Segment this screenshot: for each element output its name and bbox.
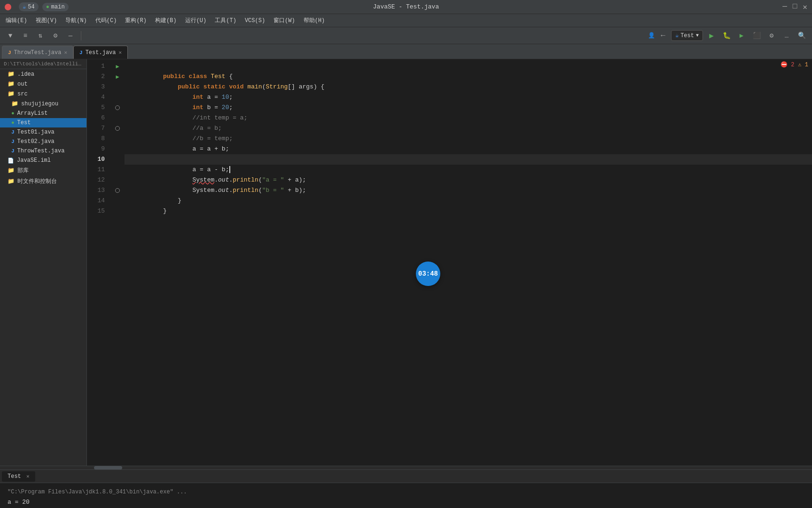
sidebar-item-javase[interactable]: 📄 JavaSE.iml xyxy=(0,156,86,165)
run-config[interactable]: ☕ Test ▼ xyxy=(671,30,703,41)
menu-refactor[interactable]: 重构(R) xyxy=(121,15,150,26)
sidebar-item-shiwen[interactable]: 📁 时文件和控制台 xyxy=(0,176,86,187)
toolbar-minus[interactable]: — xyxy=(64,29,77,42)
run-button[interactable]: ▶ xyxy=(705,29,718,42)
lc-13[interactable] xyxy=(110,185,125,196)
sidebar-item-test01[interactable]: J Test01.java xyxy=(0,127,86,137)
output-tab-close[interactable]: ✕ xyxy=(26,474,30,479)
tab-test[interactable]: J Test.java ✕ xyxy=(73,46,128,59)
menu-run[interactable]: 运行(U) xyxy=(181,15,211,26)
menu-edit[interactable]: 编辑(E) xyxy=(2,15,31,26)
lc-15 xyxy=(110,206,125,216)
sidebar-item-buku[interactable]: 📁 部库 xyxy=(0,165,86,176)
timer-badge: 03:48 xyxy=(416,262,440,286)
code-line-3[interactable]: int a = 10; xyxy=(125,82,812,92)
code-line-9[interactable]: b + a - b; xyxy=(125,144,812,154)
ln-6: 6 xyxy=(87,113,105,123)
editor-area[interactable]: ⛔ 2 ⚠ 1 1 2 3 4 5 6 7 8 9 10 11 12 13 14… xyxy=(87,59,812,466)
close-icon[interactable]: ✕ xyxy=(803,2,807,12)
toolbar-dropdown[interactable]: ▼ xyxy=(4,29,17,42)
scrollbar-thumb[interactable] xyxy=(94,466,122,469)
project-label: 54 xyxy=(28,4,34,10)
code-lines[interactable]: public class Test { public static void m… xyxy=(125,61,812,216)
debug-button[interactable]: 🐛 xyxy=(720,29,733,42)
output-tab-test[interactable]: Test ✕ xyxy=(2,471,35,482)
sidebar-item-test[interactable]: ● Test xyxy=(0,118,86,127)
output-content[interactable]: "C:\Program Files\Java\jdk1.8.0_341\bin\… xyxy=(0,483,812,508)
menu-nav[interactable]: 导航(N) xyxy=(62,15,91,26)
code-line-13[interactable]: } xyxy=(125,185,812,196)
ln-14: 14 xyxy=(87,196,105,206)
breakpoint-7[interactable] xyxy=(115,126,120,131)
lc-6 xyxy=(110,113,125,123)
menu-code[interactable]: 代码(C) xyxy=(92,15,121,26)
sidebar-item-throwtest[interactable]: J ThrowTest.java xyxy=(0,146,86,156)
code-line-5[interactable]: //int temp = a; xyxy=(125,103,812,113)
sidebar-item-arraylist[interactable]: ● ArrayList xyxy=(0,109,86,118)
lc-2[interactable]: ▶ xyxy=(110,71,125,82)
run-arrow-1[interactable]: ▶ xyxy=(116,63,119,70)
maximize-icon[interactable]: □ xyxy=(793,2,797,12)
toolbar: ▼ ≡ ⇅ ⚙ — 👤 ← ☕ Test ▼ ▶ 🐛 ▶ ⬛ ⚙ … 🔍 xyxy=(0,27,812,44)
sidebar-item-out[interactable]: 📁 out xyxy=(0,79,86,89)
menu-view[interactable]: 视图(V) xyxy=(32,15,61,26)
back-btn[interactable]: ← xyxy=(661,32,665,40)
code-line-7[interactable]: //b = temp; xyxy=(125,123,812,134)
tab-throwtest[interactable]: J ThrowTest.java ✕ xyxy=(2,46,73,59)
toolbar-list[interactable]: ≡ xyxy=(19,29,32,42)
menu-build[interactable]: 构建(B) xyxy=(151,15,180,26)
folder-icon-buku: 📁 xyxy=(8,167,15,174)
breakpoint-13[interactable] xyxy=(115,188,120,193)
code-line-2[interactable]: public static void main(String[] args) { xyxy=(125,71,812,82)
more-button[interactable]: … xyxy=(780,29,793,42)
sidebar-item-src[interactable]: 📁 src xyxy=(0,89,86,99)
code-line-10[interactable]: a = a - b; xyxy=(125,154,812,165)
sidebar: D:\IT\tools\idea\IntelliJ ID 📁 .idea 📁 o… xyxy=(0,59,87,466)
code-line-1[interactable]: public class Test { xyxy=(125,61,812,71)
class-icon-arraylist: ● xyxy=(11,111,15,116)
toolbar-separator-1 xyxy=(81,31,81,40)
lc-7[interactable] xyxy=(110,123,125,134)
ln-8: 8 xyxy=(87,134,105,144)
code-line-15[interactable] xyxy=(125,206,812,216)
menu-window[interactable]: 窗口(W) xyxy=(270,15,299,26)
code-line-12[interactable]: System.out.println("b = " + b); xyxy=(125,175,812,185)
menu-tools[interactable]: 工具(T) xyxy=(211,15,240,26)
tab-throwtest-close[interactable]: ✕ xyxy=(64,49,67,56)
lc-12 xyxy=(110,175,125,185)
profile-button[interactable]: ⚙ xyxy=(765,29,778,42)
user-icon-area[interactable]: 👤 xyxy=(648,32,655,39)
sidebar-label-out: out xyxy=(17,81,28,87)
breakpoint-5[interactable] xyxy=(115,105,120,110)
tab-test-close[interactable]: ✕ xyxy=(118,49,122,56)
menu-help[interactable]: 帮助(H) xyxy=(300,15,329,26)
lc-1[interactable]: ▶ xyxy=(110,61,125,71)
ln-12: 12 xyxy=(87,175,105,185)
folder-icon-shiwen: 📁 xyxy=(8,178,15,185)
window-controls: — □ ✕ xyxy=(782,2,807,12)
project-tab[interactable]: ☕ 54 xyxy=(19,2,39,11)
lc-4 xyxy=(110,92,125,103)
lc-5[interactable] xyxy=(110,103,125,113)
stop-button[interactable]: ⬛ xyxy=(750,29,763,42)
sidebar-label-test: Test xyxy=(17,119,31,126)
code-line-4[interactable]: int b = 20; xyxy=(125,92,812,103)
toolbar-settings[interactable]: ⚙ xyxy=(49,29,62,42)
code-line-8[interactable]: a = a + b; xyxy=(125,134,812,144)
code-line-11[interactable]: System.out.println("a = " + a); xyxy=(125,165,812,175)
main-icon: ● xyxy=(46,4,49,10)
toolbar-sort[interactable]: ⇅ xyxy=(34,29,47,42)
code-line-6[interactable]: //a = b; xyxy=(125,113,812,123)
coverage-button[interactable]: ▶ xyxy=(735,29,748,42)
minimize-icon[interactable]: — xyxy=(782,2,787,12)
sidebar-item-shujujiegou[interactable]: 📁 shujujiegou xyxy=(0,99,86,109)
zoom-button[interactable]: 🔍 xyxy=(795,29,808,42)
tab-throwtest-label: ThrowTest.java xyxy=(14,49,62,56)
window-close[interactable] xyxy=(5,4,11,10)
code-line-14[interactable]: } xyxy=(125,196,812,206)
menu-vcs[interactable]: VCS(S) xyxy=(241,16,269,26)
sidebar-item-test02[interactable]: J Test02.java xyxy=(0,137,86,146)
sidebar-item-idea[interactable]: 📁 .idea xyxy=(0,69,86,79)
main-tab[interactable]: ● main xyxy=(42,3,69,11)
run-arrow-2[interactable]: ▶ xyxy=(116,73,119,80)
